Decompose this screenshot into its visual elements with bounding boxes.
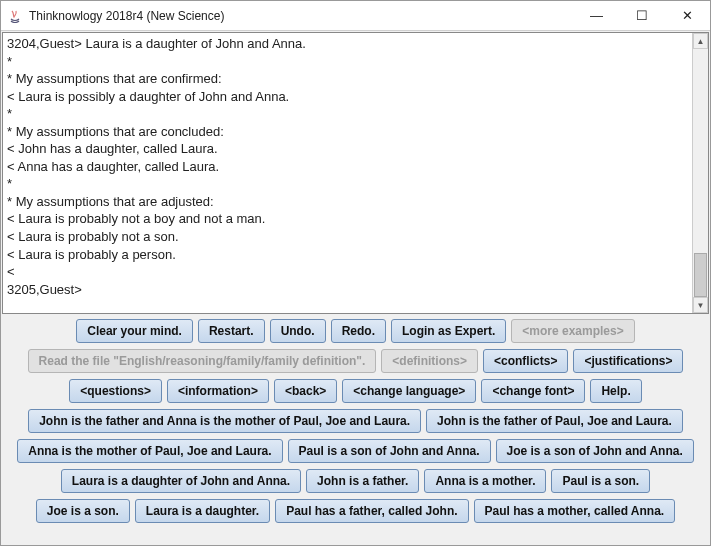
row-controls: Clear your mind. Restart. Undo. Redo. Lo… <box>7 319 704 343</box>
sentence-laura-daughter-of-button[interactable]: Laura is a daughter of John and Anna. <box>61 469 301 493</box>
java-icon <box>7 8 23 24</box>
sentence-john-is-father-button[interactable]: John is a father. <box>306 469 419 493</box>
undo-button[interactable]: Undo. <box>270 319 326 343</box>
content-area: 3204,Guest> Laura is a daughter of John … <box>1 31 710 545</box>
information-button[interactable]: <information> <box>167 379 269 403</box>
more-examples-button: <more examples> <box>511 319 634 343</box>
vertical-scrollbar[interactable]: ▲ ▼ <box>692 33 708 313</box>
app-window: Thinknowlogy 2018r4 (New Science) — ☐ ✕ … <box>0 0 711 546</box>
title-bar: Thinknowlogy 2018r4 (New Science) — ☐ ✕ <box>1 1 710 31</box>
scroll-up-icon[interactable]: ▲ <box>693 33 708 49</box>
sentence-paul-has-father-button[interactable]: Paul has a father, called John. <box>275 499 468 523</box>
sentence-paul-has-mother-button[interactable]: Paul has a mother, called Anna. <box>474 499 676 523</box>
sentence-paul-is-son-button[interactable]: Paul is a son. <box>551 469 650 493</box>
scroll-down-icon[interactable]: ▼ <box>693 297 708 313</box>
definitions-button: <definitions> <box>381 349 478 373</box>
clear-mind-button[interactable]: Clear your mind. <box>76 319 193 343</box>
row-sentences-4: Joe is a son. Laura is a daughter. Paul … <box>7 499 704 523</box>
sentence-joe-is-son-button[interactable]: Joe is a son. <box>36 499 130 523</box>
change-font-button[interactable]: <change font> <box>481 379 585 403</box>
help-button[interactable]: Help. <box>590 379 641 403</box>
sentence-laura-is-daughter-button[interactable]: Laura is a daughter. <box>135 499 270 523</box>
window-controls: — ☐ ✕ <box>574 1 710 30</box>
console-output[interactable]: 3204,Guest> Laura is a daughter of John … <box>3 33 692 313</box>
minimize-button[interactable]: — <box>574 1 619 30</box>
scroll-track[interactable] <box>693 49 708 297</box>
justifications-button[interactable]: <justifications> <box>573 349 683 373</box>
redo-button[interactable]: Redo. <box>331 319 386 343</box>
maximize-button[interactable]: ☐ <box>619 1 664 30</box>
button-panel: Clear your mind. Restart. Undo. Redo. Lo… <box>1 315 710 545</box>
row-sentences-3: Laura is a daughter of John and Anna. Jo… <box>7 469 704 493</box>
read-file-button: Read the file "English/reasoning/family/… <box>28 349 377 373</box>
sentence-anna-is-mother-button[interactable]: Anna is a mother. <box>424 469 546 493</box>
login-expert-button[interactable]: Login as Expert. <box>391 319 506 343</box>
restart-button[interactable]: Restart. <box>198 319 265 343</box>
back-button[interactable]: <back> <box>274 379 337 403</box>
row-nav: <questions> <information> <back> <change… <box>7 379 704 403</box>
sentence-anna-mother-of-button[interactable]: Anna is the mother of Paul, Joe and Laur… <box>17 439 282 463</box>
row-sentences-1: John is the father and Anna is the mothe… <box>7 409 704 433</box>
conflicts-button[interactable]: <conflicts> <box>483 349 568 373</box>
questions-button[interactable]: <questions> <box>69 379 162 403</box>
sentence-john-anna-parents-button[interactable]: John is the father and Anna is the mothe… <box>28 409 421 433</box>
row-file: Read the file "English/reasoning/family/… <box>7 349 704 373</box>
scroll-thumb[interactable] <box>694 253 707 297</box>
row-sentences-2: Anna is the mother of Paul, Joe and Laur… <box>7 439 704 463</box>
change-language-button[interactable]: <change language> <box>342 379 476 403</box>
close-button[interactable]: ✕ <box>664 1 710 30</box>
sentence-paul-son-of-button[interactable]: Paul is a son of John and Anna. <box>288 439 491 463</box>
window-title: Thinknowlogy 2018r4 (New Science) <box>29 9 574 23</box>
console-area: 3204,Guest> Laura is a daughter of John … <box>2 32 709 314</box>
sentence-john-father-of-button[interactable]: John is the father of Paul, Joe and Laur… <box>426 409 683 433</box>
sentence-joe-son-of-button[interactable]: Joe is a son of John and Anna. <box>496 439 694 463</box>
